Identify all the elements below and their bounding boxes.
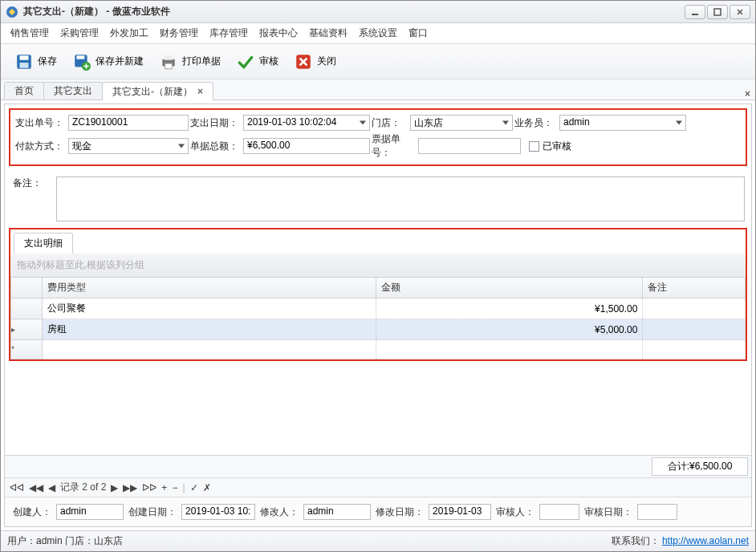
close-icon bbox=[295, 53, 312, 71]
save-button[interactable]: 保存 bbox=[9, 50, 63, 74]
audit-button[interactable]: 审核 bbox=[230, 50, 285, 74]
header-form: 支出单号： ZC19010001 支出日期： 2019-01-03 10:02:… bbox=[9, 108, 747, 166]
nav-add[interactable]: + bbox=[161, 482, 167, 493]
svg-rect-11 bbox=[165, 63, 173, 69]
minimize-button[interactable] bbox=[685, 5, 705, 19]
audited-checkbox[interactable] bbox=[529, 141, 539, 152]
toolbar: 保存 保存并新建 打印单据 审核 关闭 bbox=[1, 44, 755, 79]
status-bar: 用户：admin 门店：山东店 联系我们： http://www.aolan.n… bbox=[1, 530, 755, 551]
staff-input[interactable]: admin bbox=[559, 115, 686, 131]
nav-prev[interactable]: ◀ bbox=[48, 482, 55, 493]
date-input[interactable]: 2019-01-03 10:02:04 bbox=[243, 115, 370, 131]
menu-bar: 销售管理 采购管理 外发加工 财务管理 库存管理 报表中心 基础资料 系统设置 … bbox=[1, 23, 755, 44]
audit-date-box bbox=[637, 504, 677, 520]
window-title: 其它支出-（新建） - 傲蓝布业软件 bbox=[23, 5, 170, 18]
tab-other-expense[interactable]: 其它支出 bbox=[43, 82, 103, 99]
svg-rect-1 bbox=[692, 14, 698, 15]
menu-finance[interactable]: 财务管理 bbox=[158, 25, 200, 42]
tab-other-expense-new[interactable]: 其它支出-（新建） × bbox=[102, 82, 213, 100]
menu-settings[interactable]: 系统设置 bbox=[357, 25, 399, 42]
svg-rect-2 bbox=[714, 9, 721, 15]
total-bar: 合计:¥6,500.00 bbox=[5, 455, 751, 477]
col-remark[interactable]: 备注 bbox=[643, 278, 746, 298]
nav-remove[interactable]: − bbox=[172, 482, 177, 493]
table-row[interactable]: 公司聚餐 ¥1,500.00 bbox=[11, 298, 746, 319]
print-label: 打印单据 bbox=[182, 55, 221, 68]
cell-type[interactable]: 房租 bbox=[42, 319, 376, 340]
close-button[interactable]: 关闭 bbox=[288, 50, 343, 74]
col-type[interactable]: 费用类型 bbox=[42, 278, 376, 298]
title-bar: 其它支出-（新建） - 傲蓝布业软件 bbox=[1, 1, 755, 23]
svg-rect-5 bbox=[20, 63, 29, 68]
contact-label: 联系我们： bbox=[612, 535, 660, 546]
menu-purchase[interactable]: 采购管理 bbox=[59, 25, 100, 42]
total-input[interactable]: ¥6,500.00 bbox=[243, 138, 370, 154]
table-row[interactable]: ▸ 房租 ¥5,000.00 bbox=[11, 319, 746, 340]
modify-date-label: 修改日期： bbox=[376, 505, 424, 519]
cell-type[interactable]: 公司聚餐 bbox=[42, 298, 376, 319]
tabstrip-close-icon[interactable]: × bbox=[745, 88, 750, 99]
nav-first[interactable]: ᐊᐊ bbox=[10, 482, 24, 493]
close-label: 关闭 bbox=[317, 55, 336, 68]
cell-remark[interactable] bbox=[643, 298, 746, 319]
tab-home[interactable]: 首页 bbox=[4, 82, 44, 99]
maximize-button[interactable] bbox=[707, 5, 728, 19]
save-new-icon bbox=[73, 53, 91, 71]
status-left: 用户：admin 门店：山东店 bbox=[7, 534, 123, 548]
nav-cancel[interactable]: ✗ bbox=[203, 482, 211, 493]
cell-amount[interactable]: ¥5,000.00 bbox=[376, 319, 643, 340]
nav-next-page[interactable]: ▶▶ bbox=[123, 482, 137, 493]
nav-confirm[interactable]: ✓ bbox=[190, 482, 198, 493]
tab-close-icon[interactable]: × bbox=[197, 86, 203, 97]
detail-tab[interactable]: 支出明细 bbox=[14, 233, 73, 254]
save-new-button[interactable]: 保存并新建 bbox=[67, 50, 150, 74]
cell-remark[interactable] bbox=[643, 319, 746, 340]
row-header-col bbox=[11, 278, 43, 298]
menu-masterdata[interactable]: 基础资料 bbox=[307, 25, 349, 42]
menu-window[interactable]: 窗口 bbox=[407, 25, 429, 42]
modifier-box: admin bbox=[303, 504, 371, 520]
group-hint: 拖动列标题至此,根据该列分组 bbox=[10, 254, 746, 277]
store-input[interactable]: 山东店 bbox=[410, 115, 513, 131]
invoice-input[interactable] bbox=[418, 138, 521, 154]
store-label: 门店： bbox=[370, 116, 410, 130]
save-label: 保存 bbox=[38, 55, 57, 68]
app-icon bbox=[6, 6, 18, 18]
tab-home-label: 首页 bbox=[14, 84, 34, 98]
close-window-button[interactable] bbox=[730, 5, 750, 19]
create-date-box: 2019-01-03 10: bbox=[181, 504, 255, 520]
remark-textarea[interactable] bbox=[56, 177, 745, 221]
bill-no-input[interactable]: ZC19010001 bbox=[68, 115, 189, 131]
detail-grid: 费用类型 金额 备注 公司聚餐 ¥1,500.00 ▸ 房租 ¥5,000.00 bbox=[10, 277, 746, 359]
staff-label: 业务员： bbox=[513, 116, 559, 130]
cell-amount[interactable]: ¥1,500.00 bbox=[376, 298, 643, 319]
menu-inventory[interactable]: 库存管理 bbox=[208, 25, 250, 42]
nav-prev-page[interactable]: ◀◀ bbox=[29, 482, 43, 493]
pay-label: 付款方式： bbox=[14, 140, 68, 153]
print-button[interactable]: 打印单据 bbox=[153, 50, 227, 74]
table-row-new[interactable]: * bbox=[11, 340, 746, 359]
creator-box: admin bbox=[56, 504, 124, 520]
pay-input[interactable]: 现金 bbox=[68, 138, 189, 154]
modifier-label: 修改人： bbox=[260, 505, 299, 519]
tab-other-expense-label: 其它支出 bbox=[54, 84, 92, 98]
nav-next[interactable]: ▶ bbox=[111, 482, 118, 493]
total-box: 合计:¥6,500.00 bbox=[652, 457, 748, 476]
auditor-box bbox=[539, 504, 579, 520]
nav-text: 记录 2 of 2 bbox=[60, 481, 106, 494]
audited-label: 已审核 bbox=[543, 140, 571, 153]
save-new-label: 保存并新建 bbox=[96, 55, 144, 68]
audit-label: 审核 bbox=[259, 55, 278, 68]
menu-sales[interactable]: 销售管理 bbox=[9, 25, 51, 42]
create-date-label: 创建日期： bbox=[128, 505, 177, 519]
menu-outsource[interactable]: 外发加工 bbox=[108, 25, 150, 42]
auditor-label: 审核人： bbox=[496, 505, 534, 519]
col-amount[interactable]: 金额 bbox=[376, 278, 643, 298]
contact-link[interactable]: http://www.aolan.net bbox=[662, 535, 749, 546]
menu-reports[interactable]: 报表中心 bbox=[258, 25, 299, 42]
audit-row: 创建人： admin 创建日期： 2019-01-03 10: 修改人： adm… bbox=[5, 497, 751, 526]
nav-last[interactable]: ᐅᐅ bbox=[142, 482, 156, 493]
check-icon bbox=[237, 53, 254, 71]
tab-other-expense-new-label: 其它支出-（新建） bbox=[112, 85, 193, 99]
invoice-label: 票据单号： bbox=[370, 132, 418, 160]
